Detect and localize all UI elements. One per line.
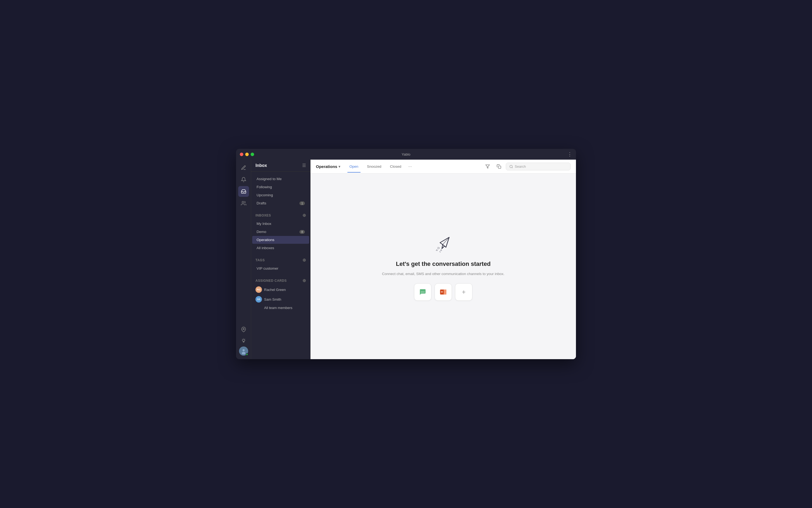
assigned-card-rachel-green[interactable]: RG Rachel Green [251, 285, 310, 294]
tags-section: Tags ⊕ VIP customer [251, 253, 310, 274]
sidebar-item-demo[interactable]: Demo 8 [252, 228, 309, 236]
rocket-icon[interactable] [238, 335, 249, 346]
sidebar-item-operations[interactable]: Operations [252, 236, 309, 244]
rail-bottom [238, 324, 249, 356]
inbox-icon[interactable] [238, 186, 249, 197]
svg-point-12 [421, 292, 422, 292]
drafts-badge: 1 [299, 202, 305, 205]
sidebar-item-drafts[interactable]: Drafts 1 [252, 199, 309, 207]
content-header-left: Operations ▾ Open Snoozed Closed · [316, 163, 414, 170]
svg-line-7 [512, 167, 513, 168]
sidebar-item-vip-customer[interactable]: VIP customer [252, 264, 309, 272]
window-menu-button[interactable]: ⋮ [567, 151, 572, 157]
empty-state-icon [433, 232, 454, 254]
svg-point-8 [438, 247, 439, 249]
sidebar-item-following[interactable]: Following [252, 183, 309, 191]
empty-state-title: Let's get the conversation started [396, 260, 490, 267]
sidebar-item-assigned-to-me[interactable]: Assigned to Me [252, 175, 309, 183]
sidebar-item-my-inbox[interactable]: My Inbox [252, 220, 309, 227]
icon-rail [236, 160, 251, 359]
svg-point-13 [422, 292, 423, 292]
title-bar: Yablo ⋮ [236, 149, 576, 160]
add-assigned-card-icon[interactable]: ⊕ [302, 278, 306, 283]
rachel-green-avatar: RG [255, 286, 262, 293]
search-placeholder: Search [515, 165, 526, 169]
add-inbox-icon[interactable]: ⊕ [302, 213, 306, 218]
chevron-down-icon: ▾ [338, 165, 340, 169]
sidebar-nav-section: Assigned to Me Following Upcoming Drafts… [251, 171, 310, 208]
close-button[interactable] [240, 153, 243, 156]
sidebar-item-all-inboxes[interactable]: All inboxes [252, 244, 309, 252]
inbox-title-button[interactable]: Operations ▾ [316, 164, 340, 169]
sam-smith-avatar: SS [255, 296, 262, 302]
svg-point-6 [510, 165, 512, 167]
compose-icon[interactable] [238, 162, 249, 173]
svg-rect-16 [444, 289, 446, 294]
add-tag-icon[interactable]: ⊕ [302, 257, 306, 263]
plus-icon: + [462, 289, 465, 295]
demo-badge: 8 [299, 230, 305, 234]
tabs-more-button[interactable]: ··· [406, 163, 414, 170]
sidebar: Inbox ☰ Assigned to Me Following Upcomin… [251, 160, 311, 359]
empty-state: Let's get the conversation started Conne… [311, 174, 576, 359]
user-avatar [239, 346, 248, 356]
search-icon [509, 165, 513, 169]
svg-text:W: W [441, 291, 443, 293]
svg-point-10 [436, 250, 437, 251]
assigned-card-sam-smith[interactable]: SS Sam Smith [251, 294, 310, 304]
minimize-button[interactable] [245, 153, 249, 156]
chat-channel-btn[interactable] [414, 283, 431, 301]
inboxes-section-header: Inboxes ⊕ [251, 212, 310, 219]
svg-point-2 [243, 349, 245, 351]
pin-icon[interactable] [238, 324, 249, 335]
content-tabs: Open Snoozed Closed ··· [346, 163, 414, 170]
maximize-button[interactable] [251, 153, 254, 156]
tags-section-header: Tags ⊕ [251, 256, 310, 264]
content-header-right: Search [483, 162, 571, 171]
svg-point-14 [423, 292, 424, 292]
content-header: Operations ▾ Open Snoozed Closed · [311, 160, 576, 174]
assigned-cards-header: Assigned Cards ⊕ [251, 277, 310, 285]
online-status [246, 353, 248, 356]
add-channel-btn[interactable]: + [455, 283, 472, 301]
all-team-members-link[interactable]: All team members [251, 304, 310, 311]
svg-marker-4 [486, 165, 489, 168]
svg-point-0 [243, 329, 244, 330]
channel-buttons: W + [414, 283, 472, 301]
tab-snoozed[interactable]: Snoozed [363, 163, 385, 170]
office-channel-btn[interactable]: W [435, 283, 452, 301]
empty-state-subtitle: Connect chat, email, SMS and other commu… [382, 272, 504, 276]
search-box[interactable]: Search [506, 163, 571, 170]
sidebar-header: Inbox ☰ [251, 160, 310, 171]
tab-closed[interactable]: Closed [386, 163, 405, 170]
inboxes-section: Inboxes ⊕ My Inbox Demo 8 Operations All… [251, 208, 310, 253]
main-layout: Inbox ☰ Assigned to Me Following Upcomin… [236, 160, 576, 359]
svg-point-9 [441, 250, 442, 251]
tab-open[interactable]: Open [346, 163, 362, 170]
sidebar-item-upcoming[interactable]: Upcoming [252, 191, 309, 199]
sidebar-title: Inbox [255, 163, 267, 168]
app-title: Yablo [402, 152, 410, 156]
copy-button[interactable] [494, 162, 503, 171]
assigned-cards-section: Assigned Cards ⊕ RG Rachel Green SS Sam … [251, 274, 310, 312]
svg-point-11 [440, 251, 441, 252]
traffic-lights [240, 153, 254, 156]
app-window: Yablo ⋮ [236, 149, 576, 359]
avatar[interactable] [238, 346, 249, 356]
content-area: Operations ▾ Open Snoozed Closed · [311, 160, 576, 359]
svg-rect-5 [498, 166, 501, 168]
sidebar-menu-icon[interactable]: ☰ [302, 163, 306, 168]
current-inbox-name: Operations [316, 164, 337, 169]
filter-button[interactable] [483, 162, 492, 171]
notification-icon[interactable] [238, 174, 249, 185]
contacts-icon[interactable] [238, 198, 249, 209]
